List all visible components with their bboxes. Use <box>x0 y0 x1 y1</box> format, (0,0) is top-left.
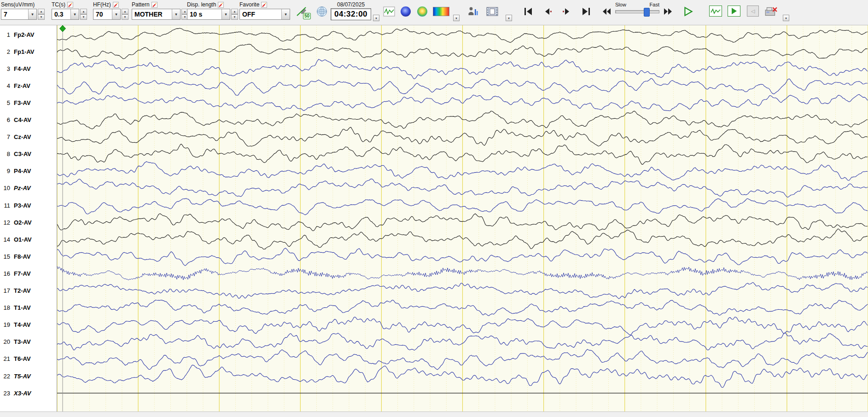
brain-map-button[interactable] <box>399 5 413 18</box>
eeg-viewer-app: Sens(uV/mm) 7 ▾ ▲ ▼ TC(s) 0.3 ▾ <box>0 0 868 417</box>
channel-row[interactable]: 6C4-AV <box>0 116 57 125</box>
channel-row[interactable]: 19T4-AV <box>0 320 57 330</box>
speed-slider-handle[interactable] <box>644 8 650 17</box>
globe-grid-icon <box>316 6 328 17</box>
spin-up-button[interactable]: ▲ <box>231 9 238 14</box>
channel-label: T6-AV <box>14 355 31 362</box>
channel-number: 10 <box>0 185 10 191</box>
device-dropdown-button[interactable]: ▾ <box>783 15 789 21</box>
channel-label: Fp1-AV <box>14 48 35 55</box>
step-back-button[interactable] <box>541 5 554 18</box>
video-button[interactable] <box>484 5 500 18</box>
channel-row[interactable]: 9P4-AV <box>0 167 57 176</box>
edit-icon[interactable] <box>67 2 73 8</box>
channel-number: 8 <box>0 151 10 157</box>
channel-number: 15 <box>0 253 10 260</box>
colormap-button[interactable] <box>432 5 450 18</box>
spin-up-button[interactable]: ▲ <box>122 9 128 14</box>
time-display: 04:32:00 <box>331 8 371 20</box>
edit-icon[interactable] <box>218 2 224 8</box>
favorite-label: Favorite <box>239 1 259 8</box>
bottom-scrollbar[interactable] <box>0 411 868 417</box>
channel-label: F7-AV <box>14 270 31 277</box>
hf-select[interactable]: 70 ▾ <box>93 9 121 20</box>
toolbar: Sens(uV/mm) 7 ▾ ▲ ▼ TC(s) 0.3 ▾ <box>0 0 868 25</box>
rewind-button[interactable] <box>600 5 613 18</box>
channel-row[interactable]: 22T5-AV <box>0 371 57 381</box>
pattern-label: Pattern <box>132 1 150 8</box>
eeg-trace-area[interactable] <box>57 25 868 411</box>
time-dropdown-button[interactable]: ▾ <box>373 15 379 21</box>
chevron-down-icon[interactable]: ▾ <box>70 9 79 19</box>
edit-icon[interactable] <box>151 2 157 8</box>
device-disconnect-button[interactable] <box>763 5 779 18</box>
channel-row[interactable]: 10Pz-AV <box>0 184 57 193</box>
brain-topography-icon <box>401 6 411 17</box>
monitor-eeg-icon <box>710 7 721 15</box>
favorite-select[interactable]: OFF ▾ <box>239 9 290 20</box>
channel-row[interactable]: 14O1-AV <box>0 235 57 244</box>
channel-row[interactable]: 3F4-AV <box>0 64 57 73</box>
trace-wrap <box>57 25 868 411</box>
channel-row[interactable]: 20T3-AV <box>0 337 57 347</box>
channel-number: 4 <box>0 82 10 89</box>
skip-to-end-button[interactable] <box>579 5 593 18</box>
live-monitor-button[interactable] <box>709 6 722 17</box>
channel-row[interactable]: 8C3-AV <box>0 150 57 159</box>
display-length-select[interactable]: 10 s ▾ <box>187 9 230 20</box>
map-dropdown-button[interactable]: ▾ <box>453 15 460 21</box>
colormap-strip-icon <box>433 7 449 16</box>
channel-number: 3 <box>0 65 10 72</box>
patient-info-button[interactable] <box>466 5 480 18</box>
fast-forward-button[interactable] <box>661 5 675 18</box>
channel-labels: 1Fp2-AV2Fp1-AV3F4-AV4Fz-AV5F3-AV6C4-AV7C… <box>0 25 57 411</box>
hf-spinner: ▲ ▼ <box>122 9 128 20</box>
page-back-button[interactable]: ◁ <box>747 6 759 17</box>
spin-up-button[interactable]: ▲ <box>38 9 45 14</box>
pattern-control: Pattern MOTHER ▾ ▲ ▼ <box>132 1 188 20</box>
chevron-down-icon[interactable]: ▾ <box>281 9 290 19</box>
channel-row[interactable]: 15F8-AV <box>0 252 57 261</box>
chevron-down-icon[interactable]: ▾ <box>112 9 120 19</box>
spin-down-button[interactable]: ▼ <box>38 14 45 20</box>
video-dropdown-button[interactable]: ▾ <box>506 15 512 21</box>
channel-row[interactable]: 11P3-AV <box>0 201 57 210</box>
edit-icon[interactable] <box>261 2 267 8</box>
channel-row[interactable]: 1Fp2-AV <box>0 30 57 39</box>
channel-label: O1-AV <box>14 236 32 243</box>
tc-select[interactable]: 0.3 ▾ <box>52 9 79 20</box>
channel-row[interactable]: 23X3-AV <box>0 388 57 398</box>
sensitivity-select[interactable]: 7 ▾ <box>1 9 37 20</box>
channel-row[interactable]: 21T6-AV <box>0 354 57 364</box>
skip-to-start-button[interactable] <box>521 5 535 18</box>
favorite-value: OFF <box>240 11 281 18</box>
channel-number: 21 <box>0 355 10 362</box>
play-button[interactable] <box>682 5 695 18</box>
channel-row[interactable]: 5F3-AV <box>0 98 57 107</box>
channel-number: 12 <box>0 219 10 226</box>
channel-row[interactable]: 7Cz-AV <box>0 133 57 142</box>
chevron-down-icon[interactable]: ▾ <box>221 9 230 19</box>
auto-play-button[interactable] <box>728 6 740 17</box>
channel-row[interactable]: 16F7-AV <box>0 269 57 278</box>
sensitivity-spinner: ▲ ▼ <box>38 9 45 20</box>
pattern-select[interactable]: MOTHER ▾ <box>132 9 181 20</box>
channel-row[interactable]: 2Fp1-AV <box>0 47 57 56</box>
chevron-down-icon[interactable]: ▾ <box>28 9 36 19</box>
step-forward-button[interactable] <box>560 5 574 18</box>
waveform-view-button[interactable] <box>382 5 396 18</box>
map-grid-button[interactable] <box>315 5 329 18</box>
channel-row[interactable]: 18T1-AV <box>0 303 57 313</box>
chevron-down-icon[interactable]: ▾ <box>172 9 180 19</box>
notch-filter-badge[interactable]: 50 <box>303 13 311 19</box>
spin-down-button[interactable]: ▼ <box>80 14 87 20</box>
spin-down-button[interactable]: ▼ <box>231 14 238 20</box>
edit-icon[interactable] <box>113 2 119 8</box>
spectrum-map-button[interactable] <box>415 5 429 18</box>
channel-row[interactable]: 4Fz-AV <box>0 81 57 90</box>
channel-row[interactable]: 12O2-AV <box>0 218 57 227</box>
spin-down-button[interactable]: ▼ <box>122 14 128 20</box>
speed-slider-track[interactable] <box>615 10 659 13</box>
spin-up-button[interactable]: ▲ <box>80 9 87 14</box>
channel-row[interactable]: 17T2-AV <box>0 286 57 295</box>
